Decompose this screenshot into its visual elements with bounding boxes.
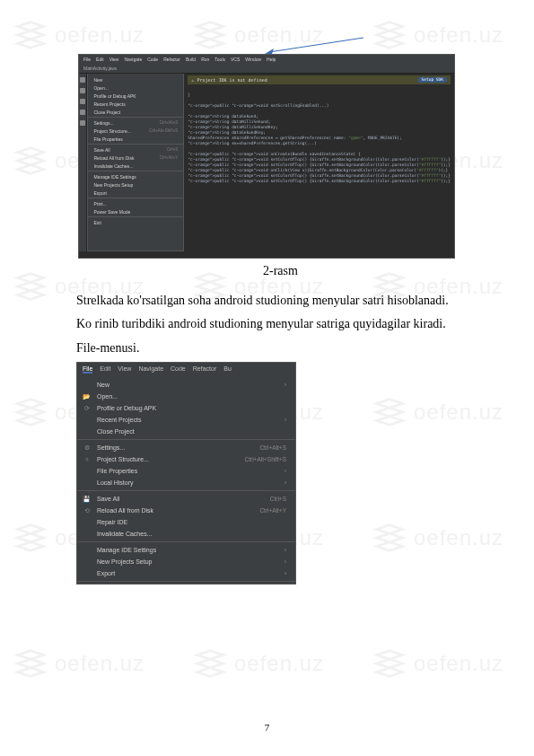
menu-item: Repair IDE [77,516,295,528]
menu-item: Export› [77,567,295,579]
menu-item: Close Project [77,426,295,437]
svg-line-0 [269,38,363,52]
menu-item: ⚙Settings...Ctrl+Alt+S [77,442,295,453]
ide-left-gutter [79,74,87,251]
menu-item: Recent Projects› [77,414,295,426]
file-menu-tabs: File Edit View Navigate Code Refactor Bu [77,363,295,376]
figure-caption: 2-rasm [76,264,485,278]
ide-file-dropdown: New Open... Profile or Debug APK Recent … [87,74,184,251]
ide-menubar: File Edit View Navigate Code Refactor Bu… [79,55,454,64]
menu-item: 🖶Print... [77,584,295,585]
body-text: Strelkada ko'rsatilgan soha android stud… [76,291,485,358]
menu-item: 📂Open... [77,391,295,402]
ide-screenshot-1: File Edit View Navigate Code Refactor Bu… [78,54,455,259]
menu-item: New› [77,379,295,391]
menu-item: ⟳Profile or Debug APK [77,402,295,414]
arrow-annotation [76,36,485,54]
menu-item: ⟲Reload All from DiskCtrl+Alt+Y [77,505,295,516]
page-number: 7 [265,722,270,733]
ide-toolbar: MainActivity.java [79,64,454,74]
ide-jdk-banner: ⚠ Project JDK is not defined Setup SDK [188,75,451,84]
file-menu-list: New›📂Open...⟳Profile or Debug APKRecent … [77,376,295,585]
file-menu-screenshot: File Edit View Navigate Code Refactor Bu… [76,362,296,585]
menu-item: File Properties› [77,465,295,477]
menu-item: New Projects Setup› [77,556,295,567]
menu-item: 💾Save AllCtrl+S [77,493,295,505]
ide-editor-area: ⚠ Project JDK is not defined Setup SDK }… [184,74,454,251]
menu-item: Manage IDE Settings› [77,544,295,556]
menu-item: ⌗Project Structure...Ctrl+Alt+Shift+S [77,453,295,465]
menu-item: Invalidate Caches... [77,528,295,540]
menu-item: Local History› [77,477,295,488]
